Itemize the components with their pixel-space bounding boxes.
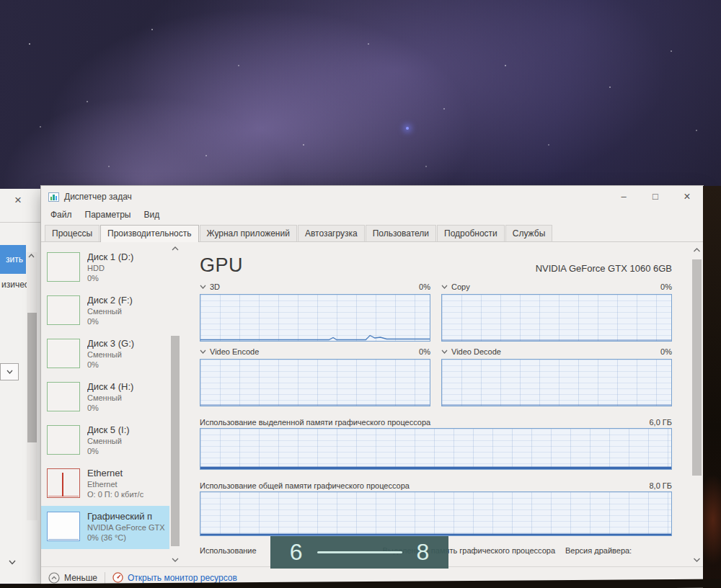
scrollbar-thumb[interactable] <box>692 259 702 476</box>
menu-file[interactable]: Файл <box>44 208 79 224</box>
chevron-down-icon[interactable] <box>441 349 448 354</box>
menu-view[interactable]: Вид <box>137 208 166 224</box>
memory-usage-line <box>200 467 671 469</box>
gpu-3d-chart <box>200 294 430 342</box>
less-details-label: Меньше <box>64 573 97 583</box>
dedicated-memory-chart-label: Использование выделенной памяти графичес… <box>200 418 430 427</box>
task-manager-window: Диспетчер задач – □ × Файл Параметры Вид… <box>41 186 703 588</box>
sidebar-item-disk3[interactable]: Диск 3 (G:) Сменный 0% <box>41 333 169 376</box>
sidebar-item-disk2[interactable]: Диск 2 (F:) Сменный 0% <box>41 290 169 333</box>
sidebar-item-name: Ethernet <box>87 467 143 479</box>
shared-memory-max: 8,0 ГБ <box>649 481 672 490</box>
chevron-up-icon[interactable] <box>28 254 35 258</box>
content: Диск 1 (D:) HDD 0% Диск 2 (F:) Сменный 0… <box>41 242 703 566</box>
sidebar-item-disk1[interactable]: Диск 1 (D:) HDD 0% <box>41 246 169 290</box>
disk-thumbnail-chart <box>47 425 80 455</box>
chevron-up-icon[interactable] <box>172 246 179 251</box>
close-button[interactable]: × <box>671 186 703 208</box>
chevron-down-icon[interactable] <box>172 558 179 562</box>
gpu-video-encode-chart <box>200 359 430 406</box>
resource-monitor-icon <box>112 572 123 583</box>
menu-options[interactable]: Параметры <box>79 208 138 224</box>
background-window-partial: × зить изичес <box>0 189 41 584</box>
sidebar-item-usage: 0% <box>87 273 133 283</box>
sidebar-item-usage: 0% <box>87 403 133 413</box>
ethernet-baseline <box>48 496 79 496</box>
disk-thumbnail-chart <box>47 339 80 368</box>
chevron-down-icon[interactable] <box>200 349 206 354</box>
sidebar-item-name: Диск 2 (F:) <box>87 294 133 306</box>
chevron-down-icon[interactable] <box>200 285 206 289</box>
sidebar-item-kind: Сменный <box>87 349 134 360</box>
driver-version-label: Версия драйвера: <box>565 546 632 555</box>
disk-thumbnail-chart <box>47 295 80 325</box>
sidebar-item-kind: Сменный <box>87 393 133 403</box>
tab-startup[interactable]: Автозагрузка <box>298 225 365 241</box>
background-selected-item[interactable]: зить <box>0 245 26 274</box>
sidebar-scrollbar[interactable] <box>169 242 181 566</box>
chevron-down-icon[interactable] <box>9 560 16 565</box>
window-title: Диспетчер задач <box>64 192 132 202</box>
activity-line <box>200 404 430 406</box>
overlay-dash-line <box>317 551 402 553</box>
shared-memory-chart-label: Использование общей памяти графического … <box>200 481 410 490</box>
gpu-thumbnail-chart <box>47 512 80 541</box>
sidebar-item-disk5[interactable]: Диск 5 (I:) Сменный 0% <box>41 419 169 463</box>
sidebar-item-kind: HDD <box>87 263 133 273</box>
tab-performance[interactable]: Производительность <box>100 225 198 242</box>
sidebar-item-gpu[interactable]: Графический п NVIDIA GeForce GTX 0% (36 … <box>41 506 169 549</box>
menubar: Файл Параметры Вид <box>41 208 703 224</box>
sidebar-item-ethernet[interactable]: Ethernet Ethernet О: 0 П: 0 кбит/с <box>41 463 169 506</box>
titlebar: Диспетчер задач – □ × <box>41 186 703 208</box>
performance-sidebar: Диск 1 (D:) HDD 0% Диск 2 (F:) Сменный 0… <box>41 242 169 566</box>
disk-thumbnail-chart <box>47 382 80 411</box>
ethernet-spike <box>62 473 63 496</box>
maximize-button[interactable]: □ <box>640 186 671 208</box>
dedicated-memory-chart <box>200 428 672 470</box>
less-details-button[interactable]: Меньше <box>48 572 97 584</box>
sidebar-item-name: Диск 5 (I:) <box>87 424 130 436</box>
dedicated-memory-max: 6,0 ГБ <box>649 418 672 427</box>
chevron-down-icon <box>6 370 13 374</box>
chevron-up-icon[interactable] <box>693 248 701 252</box>
usage-section-label: Использование <box>200 546 257 555</box>
sidebar-item-name: Диск 4 (H:) <box>87 380 133 393</box>
chevron-down-icon[interactable] <box>693 558 701 562</box>
gpu-panel: GPU NVIDIA GeForce GTX 1060 6GB 3D 0% <box>181 242 691 566</box>
starfield <box>0 0 1 1</box>
main-scrollbar[interactable] <box>691 242 703 566</box>
gpu-device-name: NVIDIA GeForce GTX 1060 6GB <box>536 263 672 277</box>
tab-app-history[interactable]: Журнал приложений <box>200 225 297 241</box>
dropdown-button[interactable] <box>0 363 19 380</box>
tab-processes[interactable]: Процессы <box>45 225 99 241</box>
engine-chart-label: Video Encode <box>210 347 259 356</box>
scrollbar-thumb[interactable] <box>27 313 37 442</box>
memory-usage-line <box>200 534 671 535</box>
tab-services[interactable]: Службы <box>505 225 552 241</box>
sidebar-item-usage: 0% (36 °C) <box>87 533 165 543</box>
engine-chart-value: 0% <box>419 282 430 291</box>
sidebar-item-kind: Сменный <box>87 436 130 446</box>
sidebar-item-kind: Ethernet <box>87 479 143 489</box>
engine-chart-label: Video Decode <box>451 347 501 356</box>
close-icon[interactable]: × <box>14 193 22 208</box>
sidebar-item-disk4[interactable]: Диск 4 (H:) Сменный 0% <box>41 376 169 419</box>
tab-details[interactable]: Подробности <box>437 225 505 241</box>
sidebar-item-name: Диск 1 (D:) <box>87 251 133 263</box>
background-scrollbar[interactable] <box>27 252 37 520</box>
open-resource-monitor-link[interactable]: Открыть монитор ресурсов <box>112 572 237 583</box>
minimize-button[interactable]: – <box>608 186 640 208</box>
chevron-down-icon[interactable] <box>441 285 448 289</box>
engine-chart-value: 0% <box>660 282 672 291</box>
sidebar-item-usage: 0% <box>87 316 133 326</box>
scrollbar-thumb[interactable] <box>171 336 180 546</box>
tab-users[interactable]: Пользователи <box>366 225 436 241</box>
activity-line <box>442 404 671 406</box>
shared-memory-chart <box>200 491 672 536</box>
circle-chevron-up-icon <box>48 572 60 584</box>
annotation-overlay: 6 8 <box>270 536 448 569</box>
resource-monitor-label: Открыть монитор ресурсов <box>128 573 237 583</box>
page-title: GPU <box>200 254 243 277</box>
disk-thumbnail-chart <box>47 252 80 282</box>
bright-star <box>406 127 409 130</box>
